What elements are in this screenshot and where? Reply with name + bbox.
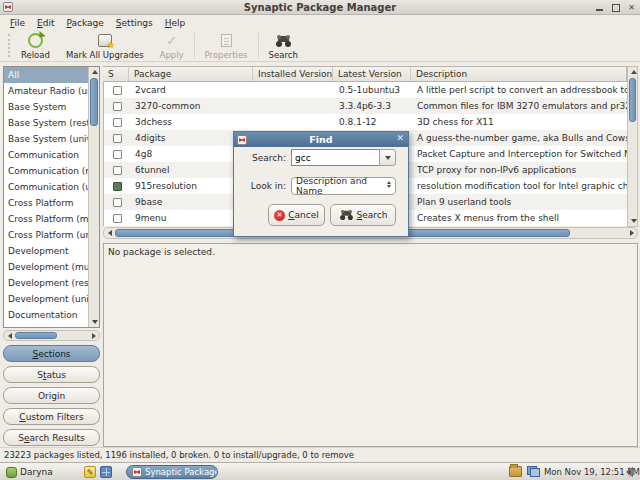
sections-vertical-scrollbar[interactable] bbox=[88, 67, 99, 327]
notes-launcher-icon[interactable]: ✎ bbox=[84, 466, 96, 478]
toolbar: Reload Mark All Upgrades ✓ Apply Propert… bbox=[0, 30, 640, 62]
close-icon[interactable]: ✕ bbox=[396, 133, 404, 143]
column-header-installed-version[interactable]: Installed Version bbox=[253, 67, 333, 81]
package-checkbox[interactable] bbox=[104, 182, 130, 191]
section-list-item[interactable]: All bbox=[4, 67, 88, 83]
column-header-status[interactable]: S bbox=[103, 67, 129, 81]
section-list-item[interactable]: Development bbox=[4, 243, 88, 259]
origin-button[interactable]: Origin bbox=[3, 387, 100, 404]
scroll-left-icon[interactable] bbox=[104, 228, 115, 238]
section-list-item[interactable]: Cross Platform (multiv bbox=[4, 211, 88, 227]
search-button[interactable]: Search bbox=[261, 30, 306, 61]
scroll-down-icon[interactable] bbox=[89, 317, 100, 327]
package-checkbox[interactable] bbox=[104, 134, 130, 143]
checkbox-icon[interactable] bbox=[113, 86, 122, 95]
close-icon[interactable]: ✕ bbox=[627, 3, 636, 12]
package-description: Packet Capture and Interception for Swit… bbox=[412, 149, 627, 159]
column-header-description[interactable]: Description bbox=[411, 67, 626, 81]
look-in-select[interactable]: Description and Name bbox=[291, 177, 396, 195]
package-checkbox[interactable] bbox=[104, 214, 130, 223]
section-list-item[interactable]: Communication (mult bbox=[4, 163, 88, 179]
table-row[interactable]: 2vcard 0.5-1ubuntu3 A little perl script… bbox=[104, 82, 627, 98]
menu-button[interactable]: Daryna bbox=[2, 465, 57, 479]
scrollbar-thumb[interactable] bbox=[629, 78, 636, 122]
checkbox-icon[interactable] bbox=[113, 182, 122, 191]
menu-file[interactable]: File bbox=[4, 16, 31, 30]
sections-button[interactable]: Sections bbox=[3, 345, 100, 362]
scroll-up-icon[interactable] bbox=[628, 67, 639, 77]
menu-settings[interactable]: Settings bbox=[110, 16, 159, 30]
taskbar-window-button[interactable]: Synaptic Package Ma... bbox=[126, 465, 218, 479]
scrollbar-thumb[interactable] bbox=[90, 78, 98, 126]
search-input[interactable] bbox=[291, 149, 380, 166]
scroll-down-icon[interactable] bbox=[628, 216, 639, 226]
tray-folder-icon[interactable] bbox=[509, 466, 522, 477]
scroll-up-icon[interactable] bbox=[89, 67, 100, 77]
mark-all-upgrades-button[interactable]: Mark All Upgrades bbox=[58, 30, 152, 61]
menu-help[interactable]: Help bbox=[159, 16, 192, 30]
package-description: TCP proxy for non-IPv6 applications bbox=[412, 165, 627, 175]
reload-button[interactable]: Reload bbox=[13, 30, 58, 61]
maximize-icon[interactable] bbox=[611, 3, 620, 12]
look-in-label: Look in: bbox=[238, 181, 286, 191]
workspace-pager-icon[interactable] bbox=[100, 466, 112, 478]
find-dialog-titlebar[interactable]: Find ✕ bbox=[234, 132, 408, 147]
package-checkbox[interactable] bbox=[104, 150, 130, 159]
section-list-item[interactable]: Development (restrict bbox=[4, 275, 88, 291]
checkbox-icon[interactable] bbox=[113, 150, 122, 159]
section-list-item[interactable]: Cross Platform (univer bbox=[4, 227, 88, 243]
search-history-dropdown[interactable] bbox=[379, 149, 396, 166]
package-description: Common files for IBM 3270 emulators and … bbox=[412, 101, 627, 111]
column-header-package[interactable]: Package bbox=[129, 67, 253, 81]
volume-icon[interactable] bbox=[626, 467, 633, 477]
taskbar: Daryna ✎ Synaptic Package Ma... Mon Nov … bbox=[0, 462, 640, 480]
titlebar[interactable]: Synaptic Package Manager ✕ bbox=[0, 0, 640, 15]
checkbox-icon[interactable] bbox=[113, 166, 122, 175]
spinner-arrows-icon bbox=[387, 181, 391, 188]
menu-edit[interactable]: Edit bbox=[31, 16, 60, 30]
scrollbar-thumb[interactable] bbox=[15, 332, 57, 339]
scroll-right-icon[interactable] bbox=[626, 228, 637, 238]
menu-package[interactable]: Package bbox=[61, 16, 110, 30]
package-checkbox[interactable] bbox=[104, 118, 130, 127]
checkbox-icon[interactable] bbox=[113, 198, 122, 207]
section-list-item[interactable]: Amateur Radio (unive bbox=[4, 83, 88, 99]
sections-horizontal-scrollbar[interactable] bbox=[3, 330, 100, 341]
section-list-item[interactable]: Documentation bbox=[4, 307, 88, 323]
section-list-item[interactable]: Base System (univers bbox=[4, 131, 88, 147]
checkbox-icon[interactable] bbox=[113, 118, 122, 127]
table-vertical-scrollbar[interactable] bbox=[627, 66, 638, 227]
section-list-item[interactable]: Documentation (multi bbox=[4, 323, 88, 327]
table-row[interactable]: 3270-common 3.3.4p6-3.3 Common files for… bbox=[104, 98, 627, 114]
checkbox-icon[interactable] bbox=[113, 214, 122, 223]
column-header-latest-version[interactable]: Latest Version bbox=[333, 67, 411, 81]
latest-version: 3.3.4p6-3.3 bbox=[334, 101, 412, 111]
checkbox-icon[interactable] bbox=[113, 134, 122, 143]
section-list-item[interactable]: Communication bbox=[4, 147, 88, 163]
status-button[interactable]: Status bbox=[3, 366, 100, 383]
tray-network-icon[interactable] bbox=[527, 466, 540, 477]
section-list-item[interactable]: Development (univers bbox=[4, 291, 88, 307]
scroll-left-icon[interactable] bbox=[4, 331, 15, 341]
mark-all-upgrades-icon bbox=[96, 33, 113, 49]
section-list-item[interactable]: Base System (restrict bbox=[4, 115, 88, 131]
dialog-search-button[interactable]: Search bbox=[330, 204, 396, 226]
minimize-icon[interactable] bbox=[595, 3, 604, 12]
apply-button: ✓ Apply bbox=[152, 30, 192, 61]
section-list-item[interactable]: Communication (unive bbox=[4, 179, 88, 195]
package-table-header: S Package Installed Version Latest Versi… bbox=[103, 66, 627, 82]
section-list-item[interactable]: Development (multive bbox=[4, 259, 88, 275]
custom-filters-button[interactable]: Custom Filters bbox=[3, 408, 100, 425]
package-checkbox[interactable] bbox=[104, 86, 130, 95]
search-results-button[interactable]: Search Results bbox=[3, 429, 100, 446]
scroll-right-icon[interactable] bbox=[88, 331, 99, 341]
package-checkbox[interactable] bbox=[104, 102, 130, 111]
section-list-item[interactable]: Base System bbox=[4, 99, 88, 115]
table-row[interactable]: 3dchess 0.8.1-12 3D chess for X11 bbox=[104, 114, 627, 130]
package-checkbox[interactable] bbox=[104, 198, 130, 207]
section-list-item[interactable]: Cross Platform bbox=[4, 195, 88, 211]
toolbar-grip[interactable] bbox=[8, 34, 11, 57]
cancel-button[interactable]: ✕ Cancel bbox=[268, 204, 325, 226]
checkbox-icon[interactable] bbox=[113, 102, 122, 111]
package-checkbox[interactable] bbox=[104, 166, 130, 175]
